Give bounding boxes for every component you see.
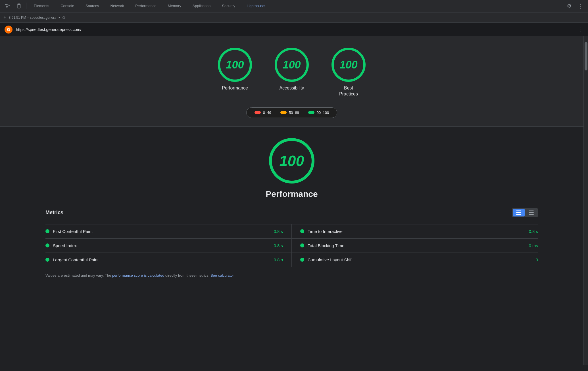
performance-score-label: Performance	[222, 85, 248, 91]
settings-icon: ⚙	[567, 3, 572, 9]
metrics-left-column: First Contentful Paint 0.8 s Speed Index…	[45, 224, 292, 267]
score-item-best-practices[interactable]: 100 BestPractices	[331, 48, 366, 97]
url-text: https://speedtest.generatepress.com/	[16, 27, 575, 32]
perf-detail-score-circle: 100	[269, 138, 314, 184]
svg-rect-1	[18, 4, 20, 5]
expanded-view-icon	[516, 210, 521, 215]
scores-row: 100 Performance 100 Accessibility 100	[218, 48, 366, 97]
legend-range-yellow: 50–89	[289, 111, 299, 115]
metric-row-tti: Time to Interactive 0.8 s	[292, 224, 538, 239]
perf-score-container: 100 Performance	[45, 138, 538, 199]
favicon-text: G	[7, 27, 10, 32]
site-favicon: G	[5, 26, 12, 34]
legend-range-red: 0–49	[263, 111, 271, 115]
metrics-footer-note: Values are estimated and may vary. The p…	[45, 273, 538, 279]
score-item-performance[interactable]: 100 Performance	[218, 48, 252, 91]
tab-lighthouse[interactable]: Lighthouse	[241, 0, 270, 12]
metric-row-cls: Cumulative Layout Shift 0	[292, 253, 538, 267]
metrics-title: Metrics	[45, 210, 63, 216]
note-text-before: Values are estimated and may vary. The	[45, 273, 112, 278]
tti-name: Time to Interactive	[308, 229, 525, 234]
tab-sources[interactable]: Sources	[80, 0, 104, 12]
toggle-line-1	[516, 210, 521, 211]
accessibility-score-label: Accessibility	[279, 85, 304, 91]
lcp-dot	[45, 258, 49, 262]
si-dot	[45, 243, 49, 247]
metrics-header: Metrics	[45, 208, 538, 218]
legend-dot-red	[255, 111, 261, 114]
url-bar: G https://speedtest.generatepress.com/ ⋮	[0, 23, 588, 36]
session-bar: + 8:51:51 PM – speedtest.genera ▾ ⊘	[0, 12, 588, 23]
session-stop-button[interactable]: ⊘	[62, 15, 66, 20]
settings-button[interactable]: ⚙	[564, 1, 574, 11]
scrollbar-thumb[interactable]	[585, 42, 587, 70]
performance-score-circle: 100	[218, 48, 252, 82]
legend-dot-yellow	[280, 111, 287, 114]
compact-view-icon	[529, 210, 534, 215]
accessibility-score-circle: 100	[275, 48, 309, 82]
tbt-dot	[300, 243, 304, 247]
accessibility-score-value: 100	[283, 59, 301, 71]
tab-elements[interactable]: Elements	[29, 0, 54, 12]
tab-network[interactable]: Network	[105, 0, 129, 12]
toggle-line-6	[529, 214, 534, 215]
tab-security[interactable]: Security	[217, 0, 240, 12]
tab-memory[interactable]: Memory	[163, 0, 186, 12]
si-name: Speed Index	[53, 243, 270, 248]
tti-dot	[300, 229, 304, 233]
cls-name: Cumulative Layout Shift	[308, 257, 532, 262]
scrollbar-track[interactable]	[583, 36, 588, 365]
tab-console[interactable]: Console	[55, 0, 79, 12]
best-practices-score-circle: 100	[331, 48, 366, 82]
see-calculator-link[interactable]: See calculator.	[210, 273, 235, 278]
tbt-name: Total Blocking Time	[308, 243, 525, 248]
cls-value: 0	[536, 257, 538, 262]
more-options-button[interactable]: ⋮	[576, 1, 586, 11]
devtools-tab-bar: Elements Console Sources Network Perform…	[0, 0, 588, 12]
lcp-name: Largest Contentful Paint	[53, 257, 270, 262]
note-text-middle: directly from these metrics.	[164, 273, 210, 278]
more-options-icon: ⋮	[578, 3, 583, 9]
best-practices-score-value: 100	[339, 59, 357, 71]
metric-row-si: Speed Index 0.8 s	[45, 239, 292, 253]
legend-item-yellow: 50–89	[280, 111, 299, 115]
tab-application[interactable]: Application	[187, 0, 216, 12]
content-area: 100 Performance 100 Accessibility 100	[0, 36, 583, 365]
legend-range-green: 90–100	[317, 111, 329, 115]
toggle-expanded-view[interactable]	[513, 209, 525, 216]
toggle-line-4	[529, 210, 534, 211]
metrics-right-column: Time to Interactive 0.8 s Total Blocking…	[292, 224, 538, 267]
performance-score-value: 100	[226, 59, 244, 71]
scores-section: 100 Performance 100 Accessibility 100	[0, 36, 583, 127]
score-legend: 0–49 50–89 90–100	[246, 107, 337, 118]
session-label: 8:51:51 PM – speedtest.genera	[9, 16, 56, 20]
tti-value: 0.8 s	[529, 229, 538, 234]
fcp-value: 0.8 s	[274, 229, 283, 234]
performance-score-link[interactable]: performance score is calculated	[112, 273, 164, 278]
new-tab-button[interactable]: +	[3, 14, 7, 20]
toggle-line-2	[516, 212, 521, 213]
metric-row-lcp: Largest Contentful Paint 0.8 s	[45, 253, 292, 267]
inspect-mode-button[interactable]	[2, 1, 12, 11]
score-item-accessibility[interactable]: 100 Accessibility	[275, 48, 309, 91]
url-menu-button[interactable]: ⋮	[578, 26, 583, 33]
tab-performance[interactable]: Performance	[130, 0, 161, 12]
legend-item-red: 0–49	[255, 111, 271, 115]
legend-item-green: 90–100	[308, 111, 329, 115]
main-area: 100 Performance 100 Accessibility 100	[0, 36, 588, 365]
fcp-name: First Contentful Paint	[53, 229, 270, 234]
toggle-compact-view[interactable]	[525, 209, 537, 216]
tbt-value: 0 ms	[529, 243, 538, 248]
metric-row-tbt: Total Blocking Time 0 ms	[292, 239, 538, 253]
fcp-dot	[45, 229, 49, 233]
toggle-line-3	[516, 214, 521, 215]
metric-row-fcp: First Contentful Paint 0.8 s	[45, 224, 292, 239]
cls-dot	[300, 258, 304, 262]
perf-detail-score-value: 100	[280, 152, 304, 169]
device-toggle-button[interactable]	[14, 1, 24, 11]
si-value: 0.8 s	[274, 243, 283, 248]
toggle-line-5	[529, 212, 534, 213]
view-toggle	[512, 208, 538, 217]
metrics-grid: First Contentful Paint 0.8 s Speed Index…	[45, 224, 538, 267]
lcp-value: 0.8 s	[274, 257, 283, 262]
